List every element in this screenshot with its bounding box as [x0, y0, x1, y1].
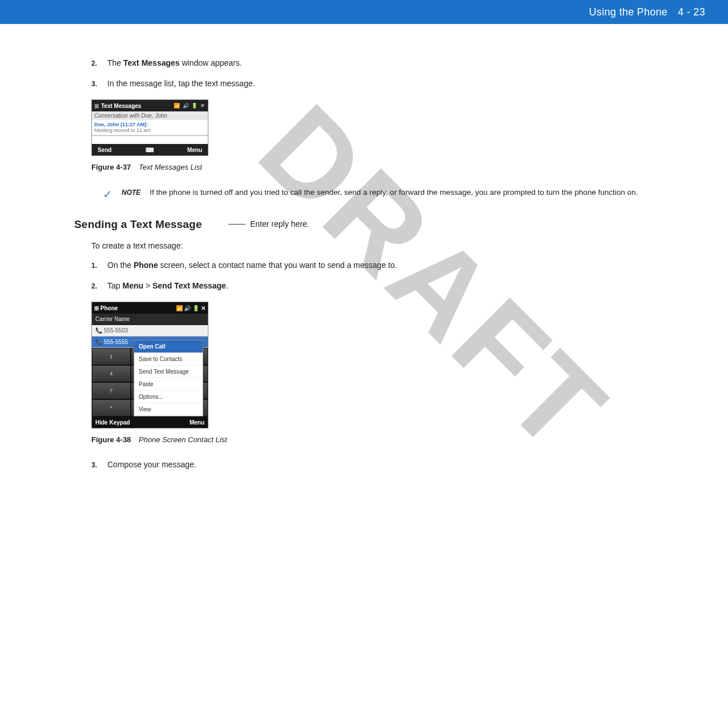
message-sender: Doe, John (11:27 AM): [94, 122, 206, 127]
step-c3: 3. Compose your message. [91, 460, 654, 469]
titlebar-status-icons: 📶 🔊 🔋 ✕ [176, 305, 206, 311]
windows-icon: ⊞ [94, 103, 99, 109]
message-row: Doe, John (11:27 AM): Meeting moved to 1… [92, 120, 208, 135]
step-b1: 1. On the Phone screen, select a contact… [91, 261, 654, 270]
section-intro: To create a text message: [91, 241, 654, 250]
reply-input [92, 135, 208, 144]
menu-softkey: Menu [190, 419, 204, 426]
message-text: Meeting moved to 11 am [94, 127, 206, 133]
step-text: The Text Messages window appears. [107, 58, 242, 67]
menu-item-open-call: Open Call [134, 341, 203, 353]
step-b2: 2. Tap Menu > Send Text Message. [91, 281, 654, 290]
menu-item-view: View [134, 403, 203, 416]
section-heading: Sending a Text Message [74, 218, 654, 231]
titlebar-status-icons: 📶 🔊 🔋 ✕ [174, 103, 206, 109]
titlebar-title: Text Messages [101, 103, 171, 109]
contact-row: 📞 555-5503 [92, 325, 208, 337]
figure-4-37-image: ⊞ Text Messages 📶 🔊 🔋 ✕ Conversation wit… [91, 99, 654, 156]
keyboard-icon: ⌨ [146, 147, 154, 153]
screenshot-bottombar: Send ⌨ Menu [92, 144, 208, 155]
step-2: 2. The Text Messages window appears. [91, 58, 654, 67]
context-menu: Open Call Save to Contacts Send Text Mes… [134, 340, 203, 416]
note-text: If the phone is turned off and you tried… [150, 187, 638, 201]
figure-number: Figure 4-38 [91, 435, 131, 444]
step-number: 3. [91, 79, 107, 88]
figure-4-38-caption: Figure 4-38 Phone Screen Contact List [91, 435, 654, 444]
carrier-label: Carrier Name [92, 314, 208, 325]
step-number: 3. [91, 460, 107, 469]
menu-item-send-text: Send Text Message [134, 366, 203, 378]
phone-title: Phone [100, 305, 118, 311]
page-header: Using the Phone 4 - 23 [0, 0, 728, 24]
figure-number: Figure 4-37 [91, 163, 131, 171]
menu-item-paste: Paste [134, 378, 203, 391]
phone-screenshot: ⊞ Phone 📶 🔊 🔋 ✕ Carrier Name 📞 555-5503 … [91, 302, 208, 428]
header-title: Using the Phone [589, 6, 668, 18]
note-block: ✓ NOTE If the phone is turned off and yo… [103, 187, 654, 201]
step-text: On the Phone screen, select a contact na… [107, 261, 397, 270]
conversation-header: Conversation with Doe, John [92, 111, 208, 120]
menu-item-options: Options... [134, 391, 203, 403]
menu-softkey: Menu [187, 147, 202, 153]
hide-keypad-softkey: Hide Keypad [95, 419, 130, 426]
step-text: Compose your message. [107, 460, 196, 469]
text-messages-screenshot: ⊞ Text Messages 📶 🔊 🔋 ✕ Conversation wit… [91, 99, 208, 156]
figure-title: Text Messages List [139, 163, 202, 171]
step-number: 2. [91, 281, 107, 290]
annotation-leader-line [228, 224, 246, 225]
screenshot-titlebar: ⊞ Text Messages 📶 🔊 🔋 ✕ [92, 100, 208, 111]
phone-bottombar: Hide Keypad Menu [92, 416, 208, 428]
header-pagenum: 4 - 23 [678, 6, 705, 18]
windows-icon: ⊞ [94, 305, 100, 311]
send-softkey: Send [98, 147, 111, 153]
step-text: In the message list, tap the text messag… [107, 79, 255, 88]
keypad-area: 123 456 789 *0# Open Call Save to Contac… [92, 348, 208, 416]
figure-title: Phone Screen Contact List [139, 435, 227, 444]
annotation-text: Enter reply here. [250, 219, 309, 229]
note-label: NOTE [122, 187, 140, 201]
annotation-enter-reply: Enter reply here. [228, 219, 309, 229]
step-text: Tap Menu > Send Text Message. [107, 281, 228, 290]
step-number: 2. [91, 58, 107, 67]
figure-4-37-caption: Figure 4-37 Text Messages List [91, 163, 654, 171]
step-3: 3. In the message list, tap the text mes… [91, 79, 654, 88]
figure-4-38-image: ⊞ Phone 📶 🔊 🔋 ✕ Carrier Name 📞 555-5503 … [91, 302, 654, 428]
step-number: 1. [91, 261, 107, 270]
check-icon: ✓ [103, 187, 112, 201]
phone-titlebar: ⊞ Phone 📶 🔊 🔋 ✕ [92, 302, 208, 314]
menu-item-save-contacts: Save to Contacts [134, 353, 203, 366]
